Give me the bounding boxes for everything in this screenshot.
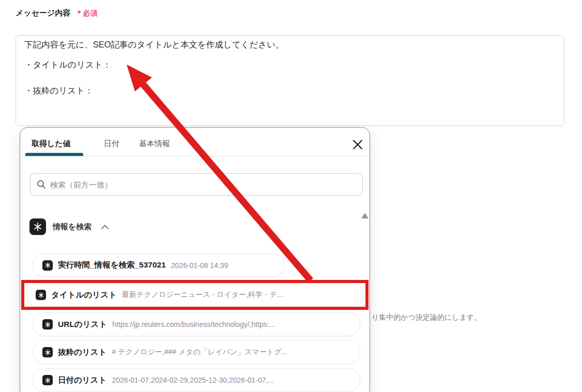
value-item-preview: 2026-01-07,2024-02-29,2025-12-30,2026-01… [112,376,274,384]
value-item-date-list[interactable]: 日付のリスト 2026-01-07,2024-02-29,2025-12-30,… [33,368,360,392]
variable-picker-modal: 取得した値 日付 基本情報 情報を検索 [20,127,370,392]
operation-sparkle-icon [42,260,53,271]
operation-sparkle-icon [29,218,46,235]
value-item-label: 実行時間_情報を検索_537021 [58,260,166,271]
operation-sparkle-icon [42,347,53,357]
value-item-label: 日付のリスト [58,375,106,386]
field-label: メッセージ内容 [16,8,70,18]
textarea-line: ・抜粋のリスト： [24,85,94,97]
textarea-line: ・タイトルのリスト： [24,59,111,71]
section-label: 情報を検索 [53,222,91,232]
chevron-up-icon[interactable] [101,222,109,231]
value-item-preview: 最新テクノロジーニュース - ロイター,科学・テ... [122,290,283,300]
value-item-preview: https://jp.reuters.com/business/technolo… [112,320,275,328]
annotation-highlight-box: タイトルのリスト 最新テクノロジーニュース - ロイター,科学・テ... [21,280,369,310]
message-textarea[interactable]: 下記内容を元に、SEO記事のタイトルと本文を作成してください。 ・タイトルのリス… [16,35,564,126]
field-label-row: メッセージ内容 ＊必須 [16,8,97,18]
tab-basic-info[interactable]: 基本情報 [139,139,170,149]
tab-divider [20,156,370,156]
search-box[interactable] [30,173,363,196]
value-item-exec-time[interactable]: 実行時間_情報を検索_537021 2026-01-08 14:39 [33,254,285,277]
section-header-search-info[interactable]: 情報を検索 [29,218,109,235]
value-item-preview: # テクノロジー,### メタの「レイバン」スマートグ... [112,348,287,357]
search-icon [37,180,46,189]
operation-sparkle-icon [36,290,46,300]
value-item-preview: 2026-01-08 14:39 [171,261,228,270]
background-help-text: り集中的かつ決定論的にします。 [372,313,481,322]
value-item-label: タイトルのリスト [51,290,117,301]
search-input[interactable] [50,180,356,189]
value-item-excerpt-list[interactable]: 抜粋のリスト # テクノロジー,### メタの「レイバン」スマートグ... [33,340,360,364]
tab-retrieved-values[interactable]: 取得した値 [32,139,71,149]
tab-date[interactable]: 日付 [104,139,119,149]
value-item-label: 抜粋のリスト [58,347,106,358]
textarea-line: 下記内容を元に、SEO記事のタイトルと本文を作成してください。 [24,39,284,51]
value-item-label: URLのリスト [58,319,107,330]
value-item-title-list[interactable]: タイトルのリスト 最新テクノロジーニュース - ロイター,科学・テ... [26,284,364,306]
scrollbar-up-icon[interactable] [361,213,369,218]
required-badge: ＊必須 [75,9,97,18]
value-item-url-list[interactable]: URLのリスト https://jp.reuters.com/business/… [33,312,360,336]
close-icon[interactable] [352,139,363,150]
operation-sparkle-icon [42,319,53,330]
operation-sparkle-icon [42,375,53,385]
